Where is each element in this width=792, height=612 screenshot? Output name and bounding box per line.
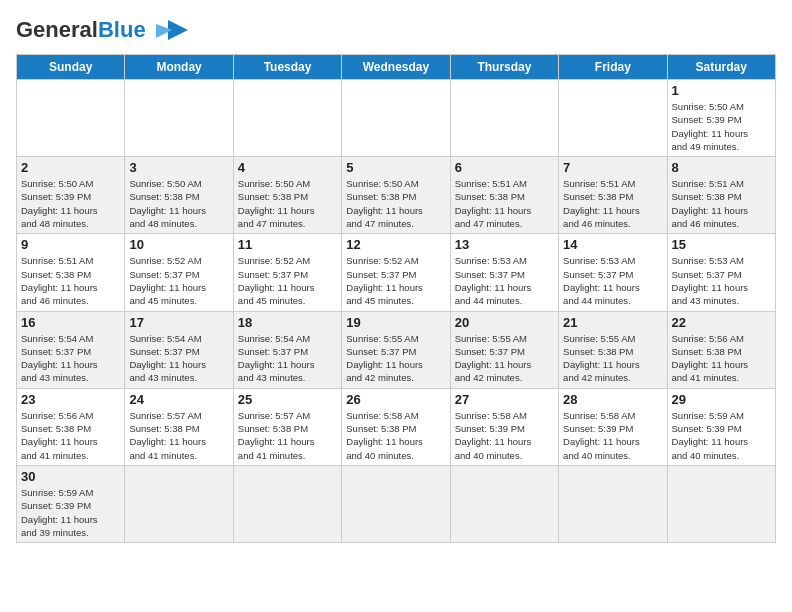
calendar-cell: 23Sunrise: 5:56 AM Sunset: 5:38 PM Dayli… <box>17 388 125 465</box>
calendar-cell: 16Sunrise: 5:54 AM Sunset: 5:37 PM Dayli… <box>17 311 125 388</box>
cell-info: Sunrise: 5:56 AM Sunset: 5:38 PM Dayligh… <box>672 332 771 385</box>
day-number: 26 <box>346 392 445 407</box>
cell-info: Sunrise: 5:58 AM Sunset: 5:39 PM Dayligh… <box>563 409 662 462</box>
calendar-cell: 30Sunrise: 5:59 AM Sunset: 5:39 PM Dayli… <box>17 465 125 542</box>
day-number: 28 <box>563 392 662 407</box>
day-number: 9 <box>21 237 120 252</box>
calendar-cell <box>125 80 233 157</box>
day-number: 13 <box>455 237 554 252</box>
cell-info: Sunrise: 5:54 AM Sunset: 5:37 PM Dayligh… <box>129 332 228 385</box>
cell-info: Sunrise: 5:50 AM Sunset: 5:38 PM Dayligh… <box>129 177 228 230</box>
cell-info: Sunrise: 5:52 AM Sunset: 5:37 PM Dayligh… <box>346 254 445 307</box>
cell-info: Sunrise: 5:50 AM Sunset: 5:38 PM Dayligh… <box>238 177 337 230</box>
calendar-cell: 9Sunrise: 5:51 AM Sunset: 5:38 PM Daylig… <box>17 234 125 311</box>
day-number: 29 <box>672 392 771 407</box>
day-number: 5 <box>346 160 445 175</box>
day-number: 18 <box>238 315 337 330</box>
calendar-cell: 5Sunrise: 5:50 AM Sunset: 5:38 PM Daylig… <box>342 157 450 234</box>
day-number: 27 <box>455 392 554 407</box>
cell-info: Sunrise: 5:55 AM Sunset: 5:37 PM Dayligh… <box>455 332 554 385</box>
weekday-header: Monday <box>125 55 233 80</box>
cell-info: Sunrise: 5:51 AM Sunset: 5:38 PM Dayligh… <box>21 254 120 307</box>
calendar-cell: 2Sunrise: 5:50 AM Sunset: 5:39 PM Daylig… <box>17 157 125 234</box>
cell-info: Sunrise: 5:59 AM Sunset: 5:39 PM Dayligh… <box>672 409 771 462</box>
calendar-cell: 22Sunrise: 5:56 AM Sunset: 5:38 PM Dayli… <box>667 311 775 388</box>
day-number: 15 <box>672 237 771 252</box>
logo: GeneralBlue <box>16 16 190 44</box>
weekday-header: Tuesday <box>233 55 341 80</box>
day-number: 25 <box>238 392 337 407</box>
logo-icon <box>150 16 190 44</box>
day-number: 7 <box>563 160 662 175</box>
cell-info: Sunrise: 5:50 AM Sunset: 5:38 PM Dayligh… <box>346 177 445 230</box>
calendar-week-row: 16Sunrise: 5:54 AM Sunset: 5:37 PM Dayli… <box>17 311 776 388</box>
calendar-cell: 28Sunrise: 5:58 AM Sunset: 5:39 PM Dayli… <box>559 388 667 465</box>
cell-info: Sunrise: 5:58 AM Sunset: 5:38 PM Dayligh… <box>346 409 445 462</box>
calendar-cell: 7Sunrise: 5:51 AM Sunset: 5:38 PM Daylig… <box>559 157 667 234</box>
cell-info: Sunrise: 5:57 AM Sunset: 5:38 PM Dayligh… <box>238 409 337 462</box>
header: GeneralBlue <box>16 16 776 44</box>
day-number: 20 <box>455 315 554 330</box>
cell-info: Sunrise: 5:51 AM Sunset: 5:38 PM Dayligh… <box>672 177 771 230</box>
calendar-cell: 3Sunrise: 5:50 AM Sunset: 5:38 PM Daylig… <box>125 157 233 234</box>
calendar-cell: 14Sunrise: 5:53 AM Sunset: 5:37 PM Dayli… <box>559 234 667 311</box>
calendar-cell: 26Sunrise: 5:58 AM Sunset: 5:38 PM Dayli… <box>342 388 450 465</box>
cell-info: Sunrise: 5:59 AM Sunset: 5:39 PM Dayligh… <box>21 486 120 539</box>
day-number: 2 <box>21 160 120 175</box>
day-number: 11 <box>238 237 337 252</box>
day-number: 16 <box>21 315 120 330</box>
cell-info: Sunrise: 5:50 AM Sunset: 5:39 PM Dayligh… <box>21 177 120 230</box>
calendar-week-row: 9Sunrise: 5:51 AM Sunset: 5:38 PM Daylig… <box>17 234 776 311</box>
calendar-week-row: 1Sunrise: 5:50 AM Sunset: 5:39 PM Daylig… <box>17 80 776 157</box>
cell-info: Sunrise: 5:54 AM Sunset: 5:37 PM Dayligh… <box>21 332 120 385</box>
calendar-cell <box>342 465 450 542</box>
cell-info: Sunrise: 5:50 AM Sunset: 5:39 PM Dayligh… <box>672 100 771 153</box>
day-number: 6 <box>455 160 554 175</box>
calendar-cell: 20Sunrise: 5:55 AM Sunset: 5:37 PM Dayli… <box>450 311 558 388</box>
day-number: 8 <box>672 160 771 175</box>
weekday-header: Saturday <box>667 55 775 80</box>
cell-info: Sunrise: 5:51 AM Sunset: 5:38 PM Dayligh… <box>563 177 662 230</box>
calendar-cell <box>450 465 558 542</box>
calendar-cell: 13Sunrise: 5:53 AM Sunset: 5:37 PM Dayli… <box>450 234 558 311</box>
cell-info: Sunrise: 5:55 AM Sunset: 5:37 PM Dayligh… <box>346 332 445 385</box>
calendar-week-row: 23Sunrise: 5:56 AM Sunset: 5:38 PM Dayli… <box>17 388 776 465</box>
day-number: 1 <box>672 83 771 98</box>
calendar-cell: 19Sunrise: 5:55 AM Sunset: 5:37 PM Dayli… <box>342 311 450 388</box>
weekday-header: Sunday <box>17 55 125 80</box>
day-number: 24 <box>129 392 228 407</box>
calendar-table: SundayMondayTuesdayWednesdayThursdayFrid… <box>16 54 776 543</box>
cell-info: Sunrise: 5:54 AM Sunset: 5:37 PM Dayligh… <box>238 332 337 385</box>
cell-info: Sunrise: 5:52 AM Sunset: 5:37 PM Dayligh… <box>238 254 337 307</box>
calendar-cell: 29Sunrise: 5:59 AM Sunset: 5:39 PM Dayli… <box>667 388 775 465</box>
calendar-cell <box>450 80 558 157</box>
calendar-cell: 24Sunrise: 5:57 AM Sunset: 5:38 PM Dayli… <box>125 388 233 465</box>
calendar-week-row: 30Sunrise: 5:59 AM Sunset: 5:39 PM Dayli… <box>17 465 776 542</box>
cell-info: Sunrise: 5:53 AM Sunset: 5:37 PM Dayligh… <box>563 254 662 307</box>
calendar-cell: 8Sunrise: 5:51 AM Sunset: 5:38 PM Daylig… <box>667 157 775 234</box>
day-number: 21 <box>563 315 662 330</box>
calendar-cell <box>17 80 125 157</box>
day-number: 14 <box>563 237 662 252</box>
calendar-cell: 17Sunrise: 5:54 AM Sunset: 5:37 PM Dayli… <box>125 311 233 388</box>
cell-info: Sunrise: 5:58 AM Sunset: 5:39 PM Dayligh… <box>455 409 554 462</box>
calendar-week-row: 2Sunrise: 5:50 AM Sunset: 5:39 PM Daylig… <box>17 157 776 234</box>
calendar-cell: 25Sunrise: 5:57 AM Sunset: 5:38 PM Dayli… <box>233 388 341 465</box>
cell-info: Sunrise: 5:57 AM Sunset: 5:38 PM Dayligh… <box>129 409 228 462</box>
calendar-cell: 21Sunrise: 5:55 AM Sunset: 5:38 PM Dayli… <box>559 311 667 388</box>
calendar-cell: 11Sunrise: 5:52 AM Sunset: 5:37 PM Dayli… <box>233 234 341 311</box>
calendar-cell <box>125 465 233 542</box>
calendar-cell <box>559 80 667 157</box>
day-number: 3 <box>129 160 228 175</box>
day-number: 30 <box>21 469 120 484</box>
weekday-header: Friday <box>559 55 667 80</box>
day-number: 4 <box>238 160 337 175</box>
calendar-cell: 10Sunrise: 5:52 AM Sunset: 5:37 PM Dayli… <box>125 234 233 311</box>
calendar-cell: 4Sunrise: 5:50 AM Sunset: 5:38 PM Daylig… <box>233 157 341 234</box>
calendar-cell <box>233 465 341 542</box>
weekday-header: Wednesday <box>342 55 450 80</box>
day-number: 23 <box>21 392 120 407</box>
day-number: 12 <box>346 237 445 252</box>
calendar-cell: 12Sunrise: 5:52 AM Sunset: 5:37 PM Dayli… <box>342 234 450 311</box>
calendar-cell: 6Sunrise: 5:51 AM Sunset: 5:38 PM Daylig… <box>450 157 558 234</box>
